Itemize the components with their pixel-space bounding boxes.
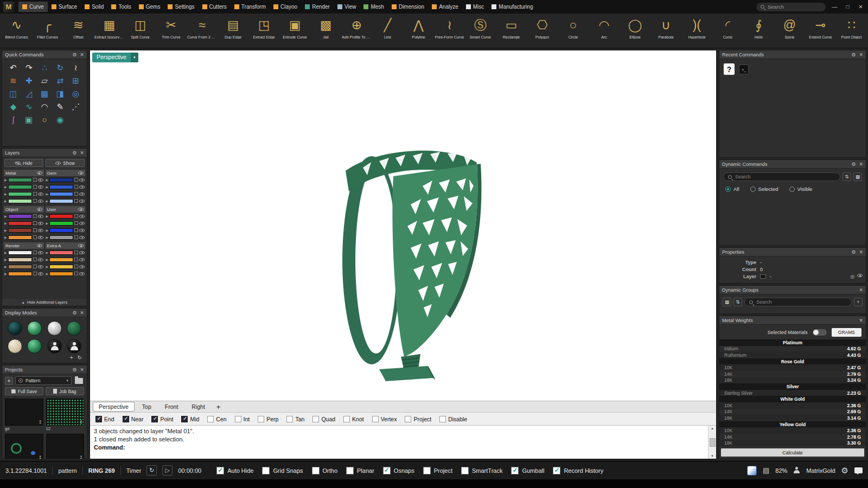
quick-command-icon[interactable]: ⊞ [68, 76, 84, 85]
filter-radio[interactable]: All [725, 186, 739, 192]
osnap-checkbox[interactable]: Vertex [372, 416, 397, 422]
matrixgold-hand-icon[interactable] [747, 466, 757, 476]
material-icon[interactable] [33, 235, 37, 239]
metal-weight-row[interactable]: Platinum [719, 339, 866, 346]
display-mode-button[interactable] [8, 321, 22, 336]
layer-color-swatch[interactable] [49, 272, 73, 276]
toolbar-button[interactable]: ✂ Trim Curve [156, 14, 187, 47]
export-icon[interactable]: ↥ [79, 420, 83, 425]
quick-command-icon[interactable]: ◆ [5, 102, 21, 111]
scroll-up-icon[interactable]: ▲ [711, 427, 714, 430]
display-mode-button[interactable] [8, 339, 22, 354]
layer-row[interactable]: ▶ [4, 176, 44, 183]
quick-command-icon[interactable]: ◫ [5, 89, 21, 98]
quick-command-icon[interactable]: ∴ [37, 63, 53, 72]
metal-weight-row[interactable]: 18K 3.30 G [719, 440, 866, 446]
menu-tab[interactable]: Clayoo [270, 2, 301, 12]
layer-color-swatch[interactable] [49, 214, 73, 219]
toolbar-button[interactable]: ⊕ Add Profile To Library [341, 14, 372, 47]
gear-icon[interactable]: ⚙ [851, 52, 856, 57]
toolbar-button[interactable]: ▣ Extrude Curve [279, 14, 310, 47]
layer-color-swatch[interactable] [8, 185, 32, 189]
layer-color-swatch[interactable] [760, 274, 766, 279]
toolbar-button[interactable]: ≋ Offset [63, 14, 94, 47]
quick-command-icon[interactable]: ✎ [52, 102, 68, 111]
close-icon[interactable]: ✕ [859, 162, 863, 167]
eye-icon[interactable] [38, 272, 43, 275]
gear-icon[interactable]: ⚙ [72, 52, 76, 57]
menu-tab[interactable]: View [334, 2, 360, 12]
checkbox[interactable] [346, 467, 354, 474]
material-icon[interactable] [74, 272, 78, 275]
view-tab[interactable]: Perspective [93, 402, 135, 412]
toolbar-button[interactable]: @ Spiral [774, 14, 805, 47]
layer-row[interactable]: ▶ [46, 220, 86, 227]
radio-icon[interactable] [789, 187, 795, 192]
layer-color-swatch[interactable] [8, 214, 32, 219]
toolbar-button[interactable]: ◫ Split Curve [125, 14, 156, 47]
close-icon[interactable]: ✕ [80, 150, 84, 156]
layer-row[interactable]: ▶ [46, 263, 86, 270]
material-icon[interactable] [33, 258, 37, 261]
eye-icon[interactable] [79, 192, 85, 196]
material-icon[interactable] [33, 265, 37, 268]
scroll-thumb[interactable] [710, 438, 716, 447]
toolbar-button[interactable]: )( Hyperbola [681, 14, 712, 47]
layer-color-swatch[interactable] [8, 251, 32, 255]
toolbar-button[interactable]: ⊸ Extend Curve [805, 14, 836, 47]
expand-arrow-icon[interactable]: ▶ [4, 200, 7, 203]
layer-group-header[interactable]: User [46, 206, 86, 213]
eye-icon[interactable] [78, 171, 84, 175]
toolbar-button[interactable]: ∪ Parabola [650, 14, 681, 47]
zoom-percent[interactable]: 82% [775, 467, 787, 474]
metal-weight-row[interactable]: Ruthenium 4.43 G [719, 352, 866, 358]
metal-weight-row[interactable]: 14K 2.69 G [719, 409, 866, 415]
expand-arrow-icon[interactable]: ▶ [46, 178, 49, 182]
selected-materials-toggle[interactable] [813, 329, 827, 336]
layer-color-swatch[interactable] [8, 228, 32, 233]
checkbox[interactable] [405, 416, 411, 422]
eye-icon[interactable] [79, 185, 85, 189]
eye-icon[interactable] [38, 200, 43, 203]
layer-color-swatch[interactable] [49, 265, 73, 269]
eye-icon[interactable] [38, 192, 43, 196]
checkbox[interactable] [151, 416, 158, 422]
material-icon[interactable] [33, 272, 37, 275]
layer-group-header[interactable]: Metal [4, 170, 44, 176]
layer-color-swatch[interactable] [8, 192, 32, 196]
layer-group-header[interactable]: Render [4, 242, 44, 249]
export-icon[interactable]: ↥ [39, 420, 42, 425]
filter-radio[interactable]: Visible [789, 186, 813, 192]
timer-play-button[interactable]: ▷ [162, 465, 173, 476]
menu-tab[interactable]: Analyze [428, 2, 462, 12]
checkbox[interactable] [553, 467, 560, 474]
osnap-checkbox[interactable]: End [95, 416, 114, 422]
checkbox[interactable] [312, 416, 319, 422]
view-tab[interactable]: Right [186, 402, 211, 412]
expand-arrow-icon[interactable]: ▶ [46, 258, 49, 261]
layer-color-swatch[interactable] [49, 199, 73, 203]
osnap-checkbox[interactable]: Near [123, 416, 144, 422]
menu-tab[interactable]: Solid [81, 2, 107, 12]
menu-tab[interactable]: Curve [18, 2, 48, 12]
quick-command-icon[interactable]: ▱ [37, 76, 53, 85]
material-icon[interactable] [74, 265, 78, 268]
calculate-button[interactable]: Calculate [721, 448, 864, 457]
sort-icon[interactable]: ⇅ [733, 298, 742, 306]
eye-icon[interactable] [79, 200, 85, 203]
checkbox[interactable] [511, 467, 519, 474]
material-icon[interactable] [74, 178, 78, 182]
toolbar-button[interactable]: ∷ Point Object [836, 14, 867, 47]
checkbox[interactable] [95, 416, 102, 422]
expand-arrow-icon[interactable]: ▶ [4, 251, 7, 254]
expand-arrow-icon[interactable]: ▶ [4, 215, 7, 218]
toolbar-button[interactable]: ≈ Curve From 2 Views [187, 14, 218, 47]
gear-icon[interactable]: ⚙ [72, 367, 76, 373]
layer-color-swatch[interactable] [49, 258, 73, 262]
material-icon[interactable] [74, 199, 78, 203]
eye-icon[interactable] [857, 274, 863, 277]
osnap-checkbox[interactable]: Mid [181, 416, 199, 422]
status-toggle[interactable]: Project [423, 467, 452, 474]
toolbar-button[interactable]: ▭ Rectangle [496, 14, 527, 47]
material-icon[interactable] [74, 228, 78, 232]
